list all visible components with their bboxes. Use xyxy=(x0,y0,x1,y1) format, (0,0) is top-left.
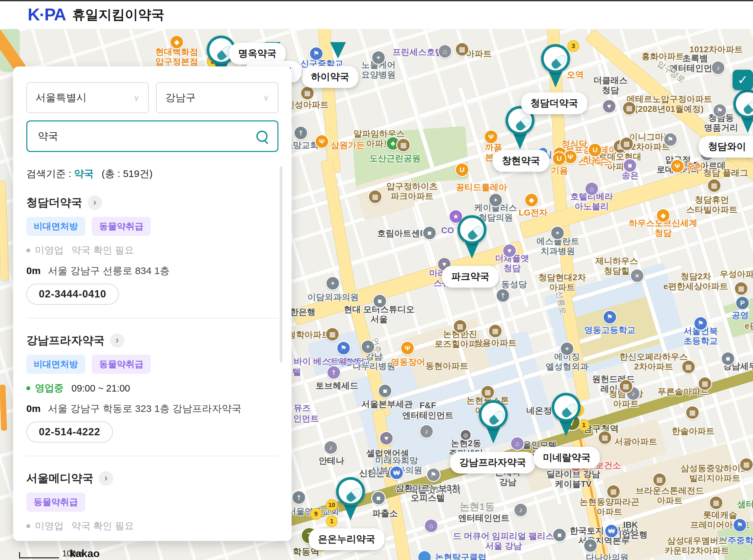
pin-inner xyxy=(544,47,568,71)
badge-row: 비대면처방동물약취급 xyxy=(26,217,278,236)
poi-icon: ▦ xyxy=(652,473,667,487)
panel-scrollbar[interactable] xyxy=(280,166,282,363)
poi-icon: Ψ xyxy=(484,129,498,144)
poi-icon: ▦ xyxy=(709,496,724,510)
pharmacy-name: 청담더약국 xyxy=(26,195,82,210)
map-label: 호림아트센터 xyxy=(377,228,429,238)
poi-icon: ♥ xyxy=(502,243,517,258)
poi-icon: × xyxy=(630,268,645,283)
map-label: 뮤즈 xyxy=(294,403,311,413)
address: 서울 강남구 선릉로 834 1층 xyxy=(48,264,170,278)
map-label: 도산근린공원 xyxy=(369,153,421,163)
map-label: 드 머큐어 임피리얼 팰리스서울 강남 xyxy=(453,531,554,551)
road-sliver xyxy=(0,385,7,431)
pharmacy-result[interactable]: 청담더약국 › 비대면처방동물약취급 미영업 약국 확인 필요 0m 서울 강남… xyxy=(26,195,278,305)
kakao-logo: kakao xyxy=(70,547,100,560)
map-label: 동성당 xyxy=(501,279,527,289)
poi-icon: U xyxy=(552,151,567,166)
map-label: 한신오페라하우스2차아파트 xyxy=(619,352,688,372)
map-label: 엔터테인먼트 xyxy=(458,513,510,523)
poi-icon: U xyxy=(588,143,602,157)
poi-icon: ▦ xyxy=(368,189,382,204)
poi-icon: ▦ xyxy=(300,86,315,100)
map-label: 논현동양파라곤아파트 xyxy=(579,497,639,517)
poi-icon: ▦ xyxy=(606,484,621,499)
poi-icon: + xyxy=(560,342,574,356)
pharmacy-result[interactable]: 강남프라자약국 › 비대면처방동물약취급 영업중 09:00 ~ 21:00 0… xyxy=(26,333,278,442)
pharmacy-label-bubble[interactable]: 청담와이 xyxy=(699,136,753,158)
pin-inner xyxy=(339,480,362,503)
pharmacy-pin[interactable] xyxy=(479,400,508,445)
pharmacy-label-bubble[interactable]: 하이약국 xyxy=(302,66,358,88)
poi-icon: ■ xyxy=(373,294,387,308)
pharmacy-label-bubble[interactable]: 미네랄약국 xyxy=(534,447,600,468)
chevron-right-icon[interactable]: › xyxy=(110,333,124,348)
city-select-value: 서울특별시 xyxy=(36,91,86,105)
poi-icon: ▦ xyxy=(598,431,612,445)
poi-icon: ■ xyxy=(422,226,437,240)
status-row: 미영업 약국 확인 필요 xyxy=(26,520,278,533)
pharmacy-label-bubble[interactable]: 은온누리약국 xyxy=(309,528,384,550)
search-meta: 검색기준 :약국(총 : 519건) xyxy=(26,167,278,181)
pharmacy-pin-tip[interactable] xyxy=(330,42,346,59)
search-input[interactable] xyxy=(37,130,249,142)
map-label: 인먼트 xyxy=(293,414,319,423)
address: 서울 강남구 학동로 323 1층 강남프라자약국 xyxy=(48,402,241,416)
poi-icon: Ψ xyxy=(670,159,685,174)
map-label: 토브헤세드 xyxy=(316,381,358,391)
chevron-right-icon[interactable]: › xyxy=(87,196,102,210)
map-label: 청담 플래그 xyxy=(703,168,748,178)
map-label: 청담현대2차아파트 xyxy=(538,273,586,292)
phone-button[interactable]: 02-3444-0410 xyxy=(26,284,119,305)
search-panel: 서울특별시 ∨ 강남구 ∨ 검색기준 :약국(총 : 519건) 청담더약국 ›… xyxy=(13,66,292,541)
top-strip xyxy=(0,0,753,1)
map-label: CO xyxy=(441,225,454,235)
map-label: 청담휴먼스타빌아파트 xyxy=(686,195,737,215)
pharmacy-label-bubble[interactable]: 창현약국 xyxy=(493,150,549,172)
poi-icon: ⚑ xyxy=(663,132,678,147)
map-label: 논현탁구클럽 xyxy=(435,552,487,560)
phone-button[interactable]: 02-514-4222 xyxy=(26,421,113,442)
pharmacy-pin[interactable] xyxy=(733,89,753,134)
poi-icon: ⚑ xyxy=(426,467,441,482)
district-select[interactable]: 강남구 ∨ xyxy=(156,82,278,113)
map-label: 동현아파트 xyxy=(425,361,468,371)
poi-icon: ◆ xyxy=(524,193,539,207)
poi-icon: ▦ xyxy=(707,178,721,193)
status-row: 미영업 약국 확인 필요 xyxy=(26,244,278,257)
poi-icon: † xyxy=(326,365,341,380)
city-select[interactable]: 서울특별시 ∨ xyxy=(26,82,149,113)
pin-inner xyxy=(460,218,484,241)
chevron-down-icon: ∨ xyxy=(263,93,269,103)
map-label: 한솔아파트 xyxy=(672,426,714,436)
poi-icon: ⌂ xyxy=(424,519,438,533)
map-check-button[interactable]: ✓ xyxy=(733,70,753,90)
search-icon[interactable] xyxy=(256,131,267,142)
map-label: 이담외과의원 xyxy=(308,292,359,302)
chevron-right-icon[interactable]: › xyxy=(99,471,113,486)
pharmacy-pin[interactable] xyxy=(541,44,570,89)
poi-icon: ■ xyxy=(552,528,567,542)
pharmacy-label-bubble[interactable]: 청담더약국 xyxy=(521,93,588,114)
map-label: 다나아의원 xyxy=(586,553,629,560)
status-dot-icon xyxy=(26,386,30,390)
poi-icon: + xyxy=(371,51,386,65)
map-label: 영동고등학교 xyxy=(584,325,635,335)
app-screen: 현대백화점압구정본점◆신구중학교⚑노블케어요양병원+프린세스호텔⌂아파트▦흥화아… xyxy=(0,0,753,560)
search-box[interactable] xyxy=(26,120,278,152)
pharmacy-label-bubble[interactable]: 강남프라자약국 xyxy=(450,452,535,474)
poi-icon: ▦ xyxy=(619,379,633,394)
meta-count: (총 : 519건) xyxy=(102,168,153,179)
pharmacy-pin[interactable] xyxy=(552,393,580,438)
pharmacy-pin[interactable] xyxy=(336,477,365,522)
pharmacy-label-bubble[interactable]: 파크약국 xyxy=(442,266,499,287)
map-label: 논현1동 xyxy=(460,501,495,513)
poi-icon: † xyxy=(294,126,308,140)
meta-prefix: 검색기준 : xyxy=(26,168,72,179)
pharmacy-pin[interactable] xyxy=(457,215,487,260)
pharmacy-result[interactable]: 서울메디약국 › 동물약취급 미영업 약국 확인 필요 0m 서울 강남구 대치… xyxy=(26,471,278,541)
map-label: 텔 xyxy=(293,367,301,377)
poi-icon: ⌂ xyxy=(438,44,452,59)
poi-icon: ▦ xyxy=(698,376,712,391)
map-label: 청담2차e편한세상아파트 xyxy=(663,272,728,291)
